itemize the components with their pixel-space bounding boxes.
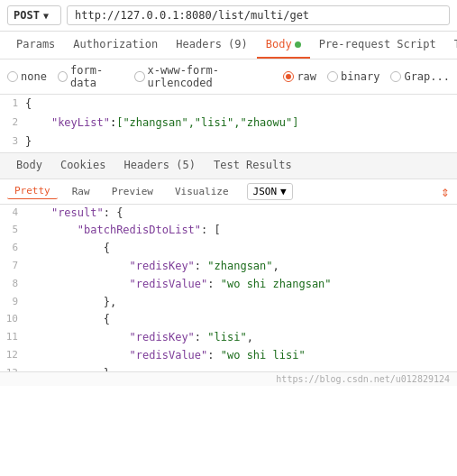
resp-line-13: 13 }, bbox=[0, 365, 457, 371]
resp-pretty-btn[interactable]: Pretty bbox=[7, 183, 58, 199]
tab-authorization[interactable]: Authorization bbox=[64, 32, 167, 59]
body-type-row: none form-data x-www-form-urlencoded raw… bbox=[0, 60, 457, 95]
radio-urlencoded[interactable]: x-www-form-urlencoded bbox=[134, 64, 272, 89]
radio-binary[interactable]: binary bbox=[327, 70, 379, 83]
radio-none-circle bbox=[7, 71, 18, 82]
resp-tab-headers[interactable]: Headers (5) bbox=[114, 153, 204, 178]
radio-urlencoded-circle bbox=[134, 71, 144, 82]
req-line-2: 2 "keyList":["zhangsan","lisi","zhaowu"] bbox=[0, 114, 457, 133]
resp-tab-test-results[interactable]: Test Results bbox=[205, 153, 301, 178]
watermark: https://blog.csdn.net/u012829124 bbox=[276, 374, 450, 384]
resp-line-6: 6 { bbox=[0, 240, 457, 258]
request-tabs: Params Authorization Headers (9) Body Pr… bbox=[0, 32, 457, 60]
format-arrow: ▼ bbox=[280, 186, 287, 197]
resp-preview-btn[interactable]: Preview bbox=[105, 184, 160, 199]
resp-line-7: 7 "redisKey": "zhangsan", bbox=[0, 258, 457, 276]
radio-none-label: none bbox=[21, 70, 47, 83]
radio-binary-label: binary bbox=[341, 70, 379, 83]
response-tabs: Body Cookies Headers (5) Test Results bbox=[0, 153, 457, 179]
method-select[interactable]: POST ▼ bbox=[7, 5, 61, 25]
response-toolbar: Pretty Raw Preview Visualize JSON ▼ ⇕ bbox=[0, 179, 457, 205]
tab-headers[interactable]: Headers (9) bbox=[167, 32, 256, 59]
radio-raw-label: raw bbox=[297, 70, 316, 83]
wrap-icon[interactable]: ⇕ bbox=[441, 183, 450, 200]
resp-visualize-btn[interactable]: Visualize bbox=[168, 184, 236, 199]
request-editor[interactable]: 1 { 2 "keyList":["zhangsan","lisi","zhao… bbox=[0, 95, 457, 153]
radio-graphql[interactable]: Grap... bbox=[390, 70, 450, 83]
radio-form-data-circle bbox=[58, 71, 68, 82]
url-bar: POST ▼ bbox=[0, 0, 457, 32]
radio-none[interactable]: none bbox=[7, 70, 47, 83]
footer: https://blog.csdn.net/u012829124 bbox=[0, 371, 457, 386]
format-select[interactable]: JSON ▼ bbox=[247, 183, 293, 200]
resp-raw-btn[interactable]: Raw bbox=[65, 184, 97, 199]
resp-line-10: 10 { bbox=[0, 311, 457, 329]
req-line-3: 3 } bbox=[0, 133, 457, 151]
radio-graphql-label: Grap... bbox=[404, 70, 450, 83]
url-input[interactable] bbox=[67, 5, 450, 25]
resp-tab-cookies[interactable]: Cookies bbox=[51, 153, 115, 178]
method-label: POST bbox=[14, 9, 40, 22]
radio-graphql-circle bbox=[390, 71, 401, 82]
tab-tests[interactable]: Tests bbox=[445, 32, 457, 59]
body-dot bbox=[295, 41, 301, 48]
radio-urlencoded-label: x-www-form-urlencoded bbox=[148, 64, 273, 89]
radio-raw-circle bbox=[283, 71, 294, 82]
format-label: JSON bbox=[253, 186, 278, 197]
resp-line-11: 11 "redisKey": "lisi", bbox=[0, 329, 457, 347]
resp-line-4: 4 "result": { bbox=[0, 205, 457, 223]
radio-raw[interactable]: raw bbox=[283, 70, 316, 83]
resp-line-8: 8 "redisValue": "wo shi zhangsan" bbox=[0, 276, 457, 294]
radio-form-data[interactable]: form-data bbox=[58, 64, 123, 89]
radio-form-data-label: form-data bbox=[70, 64, 123, 89]
resp-line-5: 5 "batchRedisDtoList": [ bbox=[0, 222, 457, 240]
tab-params[interactable]: Params bbox=[7, 32, 64, 59]
req-line-1: 1 { bbox=[0, 95, 457, 114]
method-dropdown-arrow: ▼ bbox=[43, 11, 49, 21]
resp-line-9: 9 }, bbox=[0, 294, 457, 312]
resp-line-12: 12 "redisValue": "wo shi lisi" bbox=[0, 347, 457, 365]
response-body: 4 "result": { 5 "batchRedisDtoList": [ 6… bbox=[0, 205, 457, 371]
radio-binary-circle bbox=[327, 71, 338, 82]
tab-body[interactable]: Body bbox=[257, 32, 310, 59]
tab-pre-request[interactable]: Pre-request Script bbox=[310, 32, 445, 59]
resp-tab-body[interactable]: Body bbox=[7, 153, 51, 178]
